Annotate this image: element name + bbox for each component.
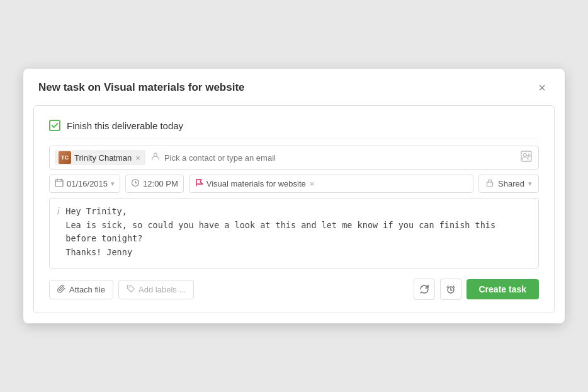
meta-row: 01/16/2015 ▾ 12:00 PM <box>49 175 539 193</box>
person-icon <box>150 151 161 164</box>
assignee-name: Trinity Chatman <box>74 153 132 163</box>
close-button[interactable]: × <box>534 80 550 95</box>
remove-assignee-button[interactable]: × <box>134 154 142 162</box>
actions-row: Attach file Add labels ... <box>49 276 539 300</box>
note-area: i <box>49 198 539 268</box>
shared-label: Shared <box>498 179 524 188</box>
left-actions: Attach file Add labels ... <box>49 280 194 299</box>
modal-title: New task on Visual materials for website <box>38 81 245 94</box>
time-field[interactable]: 12:00 PM <box>125 175 184 193</box>
modal: New task on Visual materials for website… <box>23 69 565 323</box>
add-labels-label: Add labels ... <box>139 285 186 294</box>
date-field[interactable]: 01/16/2015 ▾ <box>49 175 120 193</box>
svg-rect-5 <box>55 180 63 187</box>
create-task-button[interactable]: Create task <box>466 279 540 299</box>
add-from-contacts-button[interactable] <box>519 151 533 164</box>
modal-body: TC Trinity Chatman × <box>33 105 555 313</box>
project-name: Visual materials for website <box>206 179 306 188</box>
add-labels-button[interactable]: Add labels ... <box>118 280 194 299</box>
note-textarea[interactable] <box>65 205 531 262</box>
attach-file-button[interactable]: Attach file <box>49 280 113 299</box>
task-name-row <box>49 112 539 139</box>
contact-input[interactable] <box>164 153 519 163</box>
attach-file-label: Attach file <box>69 285 105 294</box>
remove-project-button[interactable]: × <box>308 179 316 188</box>
svg-point-0 <box>154 153 157 156</box>
avatar: TC <box>59 151 71 164</box>
assignee-chip: TC Trinity Chatman × <box>55 150 145 165</box>
flag-icon <box>195 178 203 189</box>
alarm-button[interactable] <box>440 279 461 300</box>
task-checkbox[interactable] <box>49 120 60 131</box>
modal-header: New task on Visual materials for website… <box>23 69 565 105</box>
svg-point-13 <box>129 286 130 287</box>
date-value: 01/16/2015 <box>67 179 108 188</box>
refresh-button[interactable] <box>414 279 435 300</box>
time-value: 12:00 PM <box>143 179 178 188</box>
shared-field[interactable]: Shared ▾ <box>478 175 539 193</box>
shared-dropdown-arrow: ▾ <box>528 180 532 188</box>
calendar-icon <box>55 178 64 189</box>
right-actions: Create task <box>414 279 540 300</box>
svg-rect-12 <box>487 182 493 187</box>
svg-point-2 <box>524 154 527 157</box>
paperclip-icon <box>57 284 66 295</box>
clock-icon <box>131 178 140 189</box>
project-field[interactable]: Visual materials for website × <box>189 175 473 193</box>
date-dropdown-arrow: ▾ <box>111 180 115 188</box>
task-name-input[interactable] <box>67 120 539 131</box>
lock-icon <box>485 178 494 189</box>
assignee-row: TC Trinity Chatman × <box>49 146 539 170</box>
note-icon: i <box>57 205 59 262</box>
tag-icon <box>127 284 135 295</box>
